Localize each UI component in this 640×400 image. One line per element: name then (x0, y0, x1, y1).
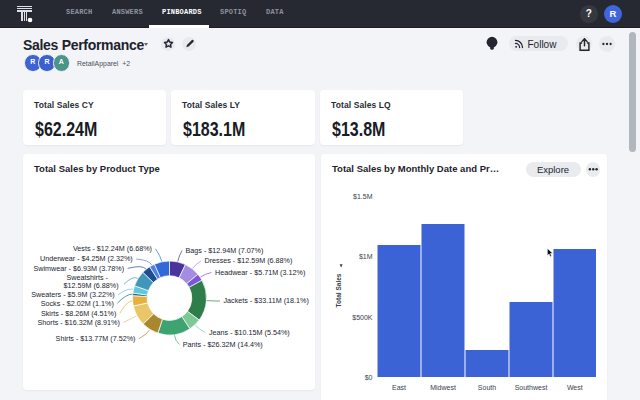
svg-text:Headwear - $5.71M (3.12%): Headwear - $5.71M (3.12%) (215, 268, 305, 277)
svg-text:South: South (477, 384, 495, 391)
svg-text:$1.5M: $1.5M (353, 193, 373, 200)
svg-text:Shorts - $16.32M (8.91%): Shorts - $16.32M (8.91%) (37, 318, 119, 327)
svg-text:Underwear - $4.25M (2.32%): Underwear - $4.25M (2.32%) (40, 254, 133, 263)
svg-text:Vests - $12.24M (6.68%): Vests - $12.24M (6.68%) (72, 244, 151, 253)
svg-text:Midwest: Midwest (430, 384, 456, 391)
svg-text:Pants - $26.32M (14.4%): Pants - $26.32M (14.4%) (182, 340, 262, 349)
svg-text:Dresses - $12.59M (6.88%): Dresses - $12.59M (6.88%) (204, 256, 292, 265)
svg-text:Total Sales: Total Sales (335, 273, 342, 307)
svg-text:Skirts - $8.26M (4.51%): Skirts - $8.26M (4.51%) (40, 309, 116, 318)
svg-text:Shirts - $13.77M (7.52%): Shirts - $13.77M (7.52%) (55, 334, 135, 343)
svg-text:East: East (391, 384, 405, 391)
svg-text:West: West (566, 384, 582, 391)
svg-text:Socks - $2.02M (1.1%): Socks - $2.02M (1.1%) (40, 299, 113, 308)
svg-text:Southwest: Southwest (514, 384, 547, 391)
svg-text:$500K: $500K (352, 314, 373, 321)
svg-text:Jackets - $33.11M (18.1%): Jackets - $33.11M (18.1%) (223, 296, 308, 305)
svg-text:$0: $0 (364, 374, 372, 381)
svg-text:$1M: $1M (358, 253, 372, 260)
svg-text:Swimwear - $6.93M (3.78%): Swimwear - $6.93M (3.78%) (33, 264, 124, 273)
svg-text:Jeans - $10.15M (5.54%): Jeans - $10.15M (5.54%) (209, 328, 290, 337)
svg-text:Bags - $12.94M (7.07%): Bags - $12.94M (7.07%) (185, 246, 263, 255)
svg-text:$12.59M (6.88%): $12.59M (6.88%) (63, 281, 118, 290)
